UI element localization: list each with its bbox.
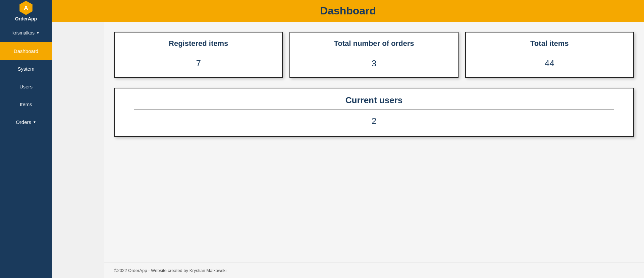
registered-items-value: 7 xyxy=(196,58,201,69)
main-content: Registered items 7 Total number of order… xyxy=(104,22,644,263)
sidebar-item-system-label: System xyxy=(17,66,34,72)
sidebar-nav: Dashboard System Users Items Orders ▼ xyxy=(0,42,52,131)
footer: ©2022 OrderApp - Website created by Krys… xyxy=(104,263,644,278)
app-name: OrderApp xyxy=(15,16,37,21)
sidebar: A OrderApp krismalkos ▼ Dashboard System… xyxy=(0,0,52,278)
total-orders-card: Total number of orders 3 xyxy=(289,32,458,78)
current-users-card: Current users 2 xyxy=(114,88,634,137)
total-items-card: Total items 44 xyxy=(465,32,634,78)
registered-items-divider xyxy=(137,52,260,52)
sidebar-logo: A OrderApp xyxy=(0,0,52,22)
registered-items-card: Registered items 7 xyxy=(114,32,283,78)
sidebar-item-users-label: Users xyxy=(19,84,33,89)
sidebar-item-items-label: Items xyxy=(20,101,32,107)
svg-text:A: A xyxy=(24,5,28,11)
registered-items-title: Registered items xyxy=(169,39,228,48)
total-items-value: 44 xyxy=(545,58,554,69)
app-logo-icon: A xyxy=(18,0,34,15)
sidebar-item-items[interactable]: Items xyxy=(0,95,52,113)
total-items-title: Total items xyxy=(530,39,569,48)
total-orders-title: Total number of orders xyxy=(334,39,414,48)
sidebar-item-dashboard-label: Dashboard xyxy=(14,48,38,54)
total-orders-value: 3 xyxy=(372,58,376,69)
footer-text: ©2022 OrderApp - Website created by Krys… xyxy=(114,268,226,273)
current-users-title: Current users xyxy=(345,95,403,106)
current-users-value: 2 xyxy=(372,116,376,126)
sidebar-item-dashboard[interactable]: Dashboard xyxy=(0,42,52,60)
user-dropdown-icon: ▼ xyxy=(36,31,40,35)
top-header: Dashboard xyxy=(52,0,644,22)
sidebar-item-orders-label: Orders xyxy=(16,119,31,125)
sidebar-item-system[interactable]: System xyxy=(0,60,52,78)
total-items-divider xyxy=(488,52,611,52)
total-orders-divider xyxy=(312,52,435,52)
sidebar-item-orders[interactable]: Orders ▼ xyxy=(0,113,52,131)
current-users-divider xyxy=(134,110,614,110)
orders-dropdown-icon: ▼ xyxy=(33,120,36,124)
username-label: krismalkos xyxy=(12,30,35,36)
page-title: Dashboard xyxy=(320,5,376,17)
user-menu[interactable]: krismalkos ▼ xyxy=(0,25,52,41)
sidebar-item-users[interactable]: Users xyxy=(0,78,52,95)
stats-row: Registered items 7 Total number of order… xyxy=(114,32,634,78)
